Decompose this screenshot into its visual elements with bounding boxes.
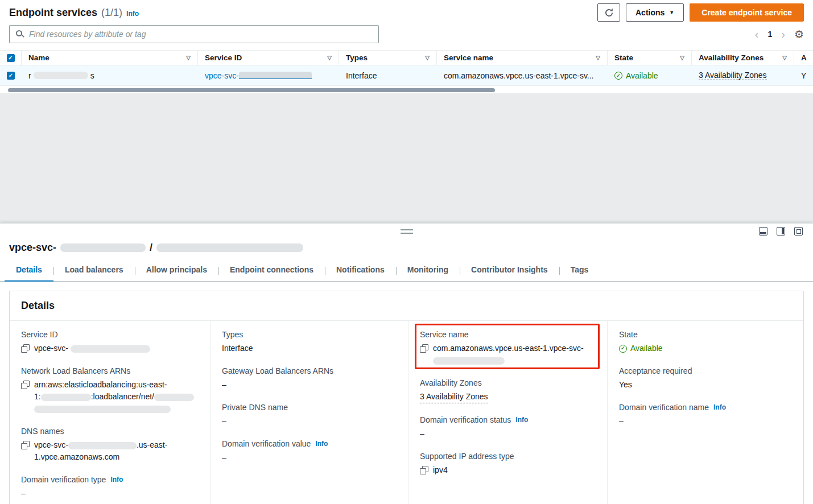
- panel-maximize-icon[interactable]: [794, 227, 803, 236]
- page-count: (1/1): [101, 7, 122, 19]
- create-endpoint-service-button[interactable]: Create endpoint service: [690, 3, 804, 22]
- column-header-service-id[interactable]: Service ID ▽: [198, 51, 339, 65]
- field-domain-verification-type: Domain verification type Info –: [21, 475, 199, 499]
- tab-allow-principals[interactable]: Allow principals: [135, 259, 218, 281]
- tab-monitoring[interactable]: Monitoring: [396, 259, 460, 281]
- panel-position-bottom-icon[interactable]: [759, 227, 767, 236]
- row-checkbox-cell: [0, 65, 22, 85]
- redacted-text: [41, 394, 91, 401]
- available-check-icon: [619, 345, 627, 353]
- background-area: [0, 93, 813, 223]
- column-header-state[interactable]: State ▽: [608, 51, 692, 65]
- field-state: State Available: [619, 330, 792, 354]
- state-badge: Available: [630, 342, 663, 354]
- scrollbar-thumb[interactable]: [8, 88, 495, 92]
- cell-types: Interface: [339, 65, 437, 85]
- prev-page-icon[interactable]: ‹: [755, 28, 759, 40]
- info-link[interactable]: Info: [315, 440, 328, 448]
- horizontal-scrollbar[interactable]: [8, 87, 805, 93]
- table-row[interactable]: r s vpce-svc- Interface com.amazonaws.vp…: [0, 65, 813, 86]
- redacted-text: [68, 442, 137, 449]
- next-page-icon[interactable]: ›: [781, 28, 785, 40]
- redacted-text: [60, 243, 146, 252]
- tab-details[interactable]: Details: [5, 259, 53, 282]
- copy-icon[interactable]: [21, 344, 30, 353]
- service-id-link[interactable]: vpce-svc-: [205, 71, 239, 80]
- actions-button[interactable]: Actions ▼: [626, 3, 684, 22]
- split-panel-bar: [0, 224, 813, 239]
- redacted-text: [433, 357, 505, 365]
- column-header-name[interactable]: Name ▽: [22, 51, 198, 65]
- details-card-heading: Details: [10, 291, 803, 321]
- endpoint-services-page: Endpoint services (1/1) Info Actions ▼ C…: [0, 0, 813, 504]
- details-column-4: State Available Acceptance required Yes: [607, 321, 803, 504]
- refresh-button[interactable]: [597, 3, 620, 22]
- search-input[interactable]: [9, 25, 379, 43]
- details-column-2: Types Interface Gateway Load Balancers A…: [210, 321, 408, 504]
- redacted-text: [34, 72, 88, 79]
- select-all-checkbox[interactable]: [7, 54, 15, 62]
- row-checkbox[interactable]: [7, 72, 15, 80]
- tab-contributor-insights[interactable]: Contributor Insights: [460, 259, 559, 281]
- tab-tags[interactable]: Tags: [559, 259, 600, 281]
- filter-icon[interactable]: ▽: [680, 55, 684, 61]
- table-section: Endpoint services (1/1) Info Actions ▼ C…: [0, 0, 813, 93]
- copy-icon[interactable]: [21, 381, 30, 389]
- filter-icon[interactable]: ▽: [782, 55, 787, 61]
- redacted-text: [239, 72, 312, 79]
- field-domain-verification-status: Domain verification status Info –: [420, 415, 596, 440]
- copy-icon[interactable]: [420, 344, 428, 353]
- cell-state: Available: [608, 65, 692, 85]
- field-dns-names: DNS names vpce-svc-.us-east- 1.vpce.amaz…: [21, 427, 199, 463]
- panel-tabs: Details Load balancers Allow principals …: [0, 259, 813, 282]
- cell-service-name: com.amazonaws.vpce.us-east-1.vpce-sv...: [437, 65, 608, 85]
- cell-acceptance: Y: [794, 65, 813, 85]
- split-panel-drag-handle[interactable]: [401, 229, 413, 234]
- details-column-3: Service name com.amazonaws.vpce.us-east-…: [408, 321, 607, 504]
- field-domain-verification-value: Domain verification value Info –: [222, 439, 397, 464]
- details-card: Details Service ID vpce-svc-: [9, 291, 804, 504]
- available-check-icon: [614, 72, 622, 80]
- settings-gear-icon[interactable]: ⚙: [794, 29, 804, 40]
- page-header: Endpoint services (1/1) Info Actions ▼ C…: [0, 0, 813, 24]
- copy-icon[interactable]: [420, 466, 428, 474]
- filter-icon[interactable]: ▽: [425, 55, 430, 61]
- field-glb-arns: Gateway Load Balancers ARNs –: [222, 366, 397, 391]
- column-header-availability-zones[interactable]: Availability Zones ▽: [692, 51, 794, 65]
- chevron-down-icon: ▼: [669, 10, 674, 15]
- availability-zones-link[interactable]: 3 Availability Zones: [420, 391, 488, 403]
- field-service-name: Service name com.amazonaws.vpce.us-east-…: [420, 330, 596, 366]
- panel-layout-icons: [759, 227, 803, 236]
- column-header-service-name[interactable]: Service name ▽: [437, 51, 608, 65]
- field-availability-zones: Availability Zones 3 Availability Zones: [420, 378, 596, 403]
- field-supported-ip-address-type: Supported IP address type ipv4: [420, 452, 596, 476]
- header-checkbox-cell: [0, 51, 22, 65]
- tab-notifications[interactable]: Notifications: [325, 259, 396, 281]
- search-icon: [16, 30, 22, 36]
- refresh-icon: [604, 8, 614, 18]
- field-private-dns-name: Private DNS name –: [222, 403, 397, 427]
- info-link[interactable]: Info: [126, 10, 139, 18]
- availability-zones-link[interactable]: 3 Availability Zones: [699, 71, 767, 80]
- info-link[interactable]: Info: [515, 416, 528, 424]
- page-title: Endpoint services: [9, 7, 97, 19]
- tab-endpoint-connections[interactable]: Endpoint connections: [218, 259, 325, 281]
- state-badge: Available: [626, 71, 658, 80]
- info-link[interactable]: Info: [110, 476, 123, 484]
- cell-service-id: vpce-svc-: [198, 65, 339, 85]
- filter-icon[interactable]: ▽: [186, 55, 191, 61]
- details-card-body: Service ID vpce-svc- Network Load Balanc…: [10, 321, 803, 504]
- details-column-1: Service ID vpce-svc- Network Load Balanc…: [10, 321, 210, 504]
- copy-icon[interactable]: [21, 441, 30, 449]
- redacted-text: [71, 345, 150, 353]
- redacted-text: [34, 406, 171, 413]
- column-header-types[interactable]: Types ▽: [339, 51, 437, 65]
- filter-icon[interactable]: ▽: [596, 55, 600, 61]
- current-page[interactable]: 1: [767, 30, 772, 39]
- panel-position-side-icon[interactable]: [777, 227, 785, 236]
- tab-load-balancers[interactable]: Load balancers: [53, 259, 135, 281]
- filter-icon[interactable]: ▽: [327, 55, 332, 61]
- column-header-acceptance[interactable]: A: [794, 51, 813, 65]
- redacted-text: [154, 394, 194, 401]
- info-link[interactable]: Info: [713, 403, 726, 411]
